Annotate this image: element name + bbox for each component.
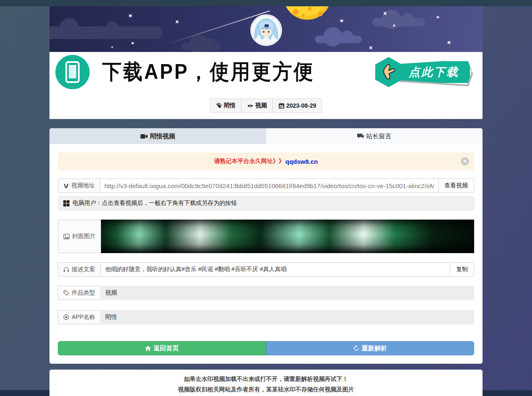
windows-icon bbox=[63, 200, 70, 207]
cloud bbox=[315, 36, 362, 43]
app-download-banner[interactable]: 下载APP，使用更方便 点此下载 bbox=[49, 52, 483, 92]
cloud bbox=[49, 26, 163, 39]
moon-crater bbox=[293, 9, 298, 15]
tag-label: 视频 bbox=[255, 102, 267, 109]
cloud bbox=[372, 18, 425, 26]
reparse-button[interactable]: 重新解析 bbox=[266, 341, 475, 355]
reparse-button-label: 重新解析 bbox=[362, 344, 387, 352]
comments-icon bbox=[357, 133, 364, 139]
download-ribbon: 点此下载 bbox=[398, 60, 472, 85]
footer-card: 如果去水印视频加载不出来或打不开，请重新解析视频再试下！ 视频版权归相关网站及作… bbox=[49, 370, 483, 396]
download-cta[interactable]: 点此下载 bbox=[375, 57, 477, 87]
refresh-icon bbox=[353, 345, 359, 351]
description-row: 描述文案 他唱的好随意，我听的好认真#音乐 #民谣 #翻唱 #百听不厌 #真人真… bbox=[58, 262, 474, 277]
footer-line-1: 如果去水印视频加载不出来或打不开，请重新解析视频再试下！ bbox=[58, 374, 474, 384]
image-icon bbox=[63, 234, 70, 239]
work-type-label: 作品类型 bbox=[72, 289, 95, 297]
moon-crater bbox=[302, 14, 305, 17]
star bbox=[383, 11, 387, 15]
phone-circle-badge bbox=[55, 55, 90, 89]
tags-icon bbox=[216, 103, 222, 109]
description-label-box: 描述文案 bbox=[58, 262, 100, 277]
tab-label: 閗愔视频 bbox=[150, 132, 175, 140]
close-icon[interactable]: ✕ bbox=[461, 157, 469, 166]
tag-app-name[interactable]: 閗愔 bbox=[210, 99, 241, 112]
tag-label: 閗愔 bbox=[224, 102, 236, 109]
star bbox=[393, 25, 395, 26]
permanent-url-alert: 请熟记本平台永久网址》》 qqdsw8.cn ✕ bbox=[58, 153, 474, 170]
cloud bbox=[182, 43, 221, 50]
headphones-icon bbox=[63, 267, 69, 272]
download-button-label[interactable]: 点此下载 bbox=[398, 60, 472, 85]
smartphone-icon bbox=[65, 61, 80, 83]
home-button[interactable]: 返回首页 bbox=[58, 341, 266, 355]
action-buttons: 返回首页 重新解析 bbox=[58, 341, 474, 355]
view-video-button[interactable]: 查看视频 bbox=[439, 179, 474, 193]
anime-avatar-illustration bbox=[252, 16, 280, 44]
footer-line-2: 视频版权归相关网站及作者所有，某某祛水印不存储任何视频及图片 bbox=[58, 384, 474, 395]
star bbox=[132, 42, 134, 44]
description-value: 他唱的好随意，我听的好认真#音乐 #民谣 #翻唱 #百听不厌 #真人真唱 bbox=[100, 262, 450, 277]
tag-label: 2023-08-29 bbox=[286, 102, 317, 109]
alert-text: 请熟记本平台永久网址》》 bbox=[214, 158, 285, 165]
tab-label: 站长留言 bbox=[366, 132, 392, 140]
app-name-label-box: APP名称 bbox=[58, 310, 100, 324]
description-label: 描述文案 bbox=[72, 266, 95, 273]
page-container: 下载APP，使用更方便 点此下载 閗愔 bbox=[49, 0, 483, 396]
meta-tags-area: 閗愔 视频 2023-08-29 bbox=[49, 92, 483, 119]
pc-user-note: 电脑用户：点击查看视频后，一般右下角有下载或另存为的按钮 bbox=[58, 196, 474, 210]
tab-bar: 閗愔视频 站长留言 bbox=[49, 128, 483, 144]
cover-image[interactable] bbox=[101, 220, 474, 253]
star bbox=[340, 20, 343, 22]
tab-message[interactable]: 站长留言 bbox=[266, 128, 483, 144]
asterisk-circle-icon bbox=[63, 314, 69, 320]
app-banner-title: 下载APP，使用更方便 bbox=[102, 58, 315, 86]
video-url-input[interactable] bbox=[100, 179, 439, 193]
cover-label: 封面图片 bbox=[72, 233, 96, 240]
moon-crater bbox=[308, 7, 311, 10]
star bbox=[175, 20, 179, 23]
home-button-label: 返回首页 bbox=[153, 344, 179, 352]
night-sky-banner bbox=[49, 6, 483, 52]
star bbox=[448, 41, 450, 44]
main-card: 閗愔视频 站长留言 请熟记本平台永久网址》》 qqdsw8.cn ✕ bbox=[49, 128, 483, 364]
site-avatar[interactable] bbox=[250, 14, 282, 46]
app-name-value: 閗愔 bbox=[100, 310, 474, 324]
tag-media-type[interactable]: 视频 bbox=[241, 99, 272, 112]
tab-video[interactable]: 閗愔视频 bbox=[49, 128, 266, 144]
video-camera-icon bbox=[140, 134, 148, 139]
app-name-label: APP名称 bbox=[72, 313, 95, 321]
work-type-row: 作品类型 视频 bbox=[58, 286, 474, 300]
alert-link[interactable]: qqdsw8.cn bbox=[285, 158, 318, 165]
card-body: 请熟记本平台永久网址》》 qqdsw8.cn ✕ 视频地址 查看视频 电脑 bbox=[49, 144, 483, 364]
eye-icon bbox=[247, 103, 254, 109]
cover-label-box: 封面图片 bbox=[58, 220, 101, 253]
pointing-hand-icon bbox=[381, 64, 396, 80]
star bbox=[437, 16, 439, 18]
work-type-label-box: 作品类型 bbox=[58, 286, 100, 300]
cover-image-row: 封面图片 bbox=[58, 220, 474, 253]
tag-outline-icon bbox=[63, 290, 69, 296]
moon-illustration bbox=[283, 6, 331, 20]
video-v-icon bbox=[63, 183, 69, 189]
video-url-row: 视频地址 查看视频 bbox=[58, 179, 474, 193]
app-name-row: APP名称 閗愔 bbox=[58, 310, 474, 324]
star bbox=[112, 47, 113, 48]
video-url-label: 视频地址 bbox=[71, 182, 95, 189]
meta-tag-group: 閗愔 视频 2023-08-29 bbox=[210, 98, 322, 113]
copy-button[interactable]: 复制 bbox=[450, 262, 474, 277]
video-url-label-box: 视频地址 bbox=[58, 179, 100, 193]
home-icon bbox=[145, 346, 151, 351]
moon-crater bbox=[318, 11, 323, 16]
pc-note-text: 电脑用户：点击查看视频后，一般右下角有下载或另存为的按钮 bbox=[73, 199, 237, 207]
star bbox=[369, 46, 373, 49]
work-type-value: 视频 bbox=[100, 286, 474, 300]
star bbox=[129, 15, 132, 17]
calendar-icon bbox=[278, 103, 285, 109]
header-card: 下载APP，使用更方便 点此下载 閗愔 bbox=[49, 6, 483, 119]
tag-date[interactable]: 2023-08-29 bbox=[272, 99, 322, 112]
